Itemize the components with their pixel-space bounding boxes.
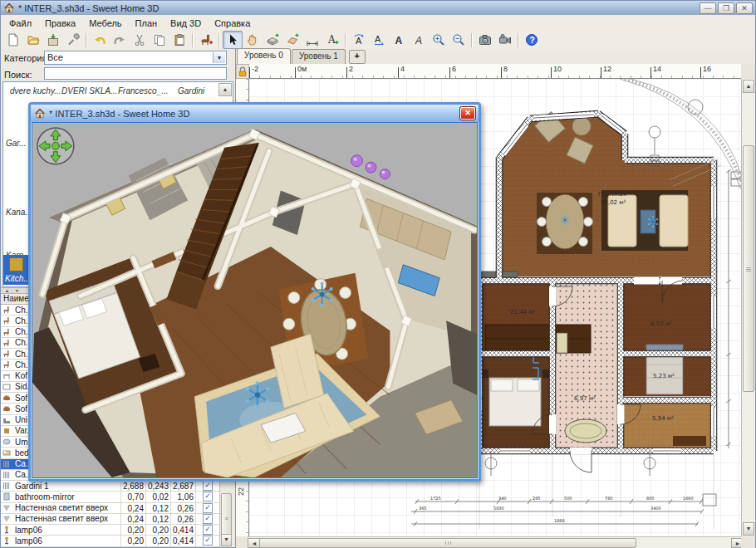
add-level-button[interactable]: +	[349, 50, 366, 64]
menu-правка[interactable]: Правка	[38, 17, 82, 30]
menu-мебель[interactable]: Мебель	[82, 17, 128, 30]
help-icon: ?	[525, 33, 538, 46]
paste-icon	[173, 33, 186, 46]
scroll-down-icon[interactable]: ▼	[743, 522, 754, 536]
catalog-item[interactable]: Francesco_...	[118, 86, 169, 95]
catalog-item-selected[interactable]: Kitch...	[3, 255, 30, 285]
collapse-down-icon[interactable]: ▼	[12, 288, 22, 293]
catalog-item[interactable]: Gar...	[6, 139, 27, 148]
3d-view-window[interactable]: * INTER_3.sh3d - Sweet Home 3D ✕	[28, 102, 481, 482]
pan-button[interactable]	[243, 31, 263, 49]
room-area-1: 21,44 м²	[510, 309, 536, 316]
zoom-in-button[interactable]	[429, 31, 449, 49]
text-bold-button[interactable]: A	[389, 31, 409, 49]
cut-button[interactable]	[130, 31, 150, 49]
create-photo-button[interactable]	[475, 31, 495, 49]
ruler-lock-button[interactable]	[236, 64, 249, 79]
create-walls-button[interactable]	[263, 31, 282, 49]
scroll-down-icon[interactable]: ▼	[221, 534, 232, 546]
visibility-checkbox[interactable]: ✓	[203, 481, 213, 491]
create-rooms-button[interactable]	[282, 31, 302, 49]
add-furniture-button[interactable]	[196, 31, 216, 49]
visibility-checkbox[interactable]: ✓	[203, 503, 213, 513]
table-row[interactable]: lamp060,200,200,414✓	[1, 536, 219, 546]
lamp-icon	[1, 526, 13, 534]
table-row[interactable]: bathroom-mirror0,700,021,06✓	[1, 492, 219, 502]
catalog-item[interactable]: Gardini	[178, 86, 204, 95]
row-value: 0,243	[145, 481, 170, 491]
restore-button[interactable]: ❐	[718, 2, 734, 14]
title-bar[interactable]: * INTER_3.sh3d - Sweet Home 3D — ❐ ✕	[1, 1, 755, 15]
plan-horizontal-scrollbar[interactable]: ◄ ►	[248, 536, 744, 548]
new-icon	[7, 33, 20, 46]
create-dimensions-button[interactable]	[302, 31, 322, 49]
redo-button[interactable]	[110, 31, 130, 49]
new-button[interactable]	[3, 31, 23, 49]
visibility-checkbox[interactable]: ✓	[203, 492, 213, 502]
open-button[interactable]	[23, 31, 43, 49]
3d-view-canvas[interactable]	[32, 122, 478, 478]
category-combobox[interactable]: Все ▼	[44, 51, 227, 65]
3d-window-title-bar[interactable]: * INTER_3.sh3d - Sweet Home 3D ✕	[31, 105, 479, 122]
visibility-checkbox[interactable]: ✓	[203, 536, 213, 546]
modify-text-style-button[interactable]: A	[349, 31, 369, 49]
create-texts-icon: A	[326, 33, 339, 46]
dim-label: 780	[605, 496, 613, 501]
minimize-button[interactable]: —	[700, 2, 716, 14]
preferences-button[interactable]	[63, 31, 83, 49]
catalog-item[interactable]: dvere kuchy...	[10, 86, 61, 95]
table-row[interactable]: Настенная светит вверх0,240,120,26✓	[1, 503, 219, 514]
sofa-icon	[1, 404, 13, 413]
modify-text-baseline-button[interactable]: A	[369, 31, 389, 49]
3d-navigation-compass[interactable]	[37, 128, 74, 164]
open-icon	[27, 33, 40, 46]
row-value: 0,20	[120, 536, 145, 546]
visibility-checkbox[interactable]: ✓	[203, 514, 213, 524]
room-area-4: 5,94 м²	[652, 415, 674, 422]
table-row[interactable]: lamp060,200,200,414✓	[1, 547, 219, 548]
tab-level-0[interactable]: Уровень 0	[237, 48, 291, 64]
create-texts-button[interactable]: A	[322, 31, 342, 49]
room-area-2: 8,57 м²	[650, 320, 672, 327]
menu-файл[interactable]: Файл	[2, 17, 38, 30]
svg-text:A: A	[375, 34, 381, 44]
chevron-down-icon[interactable]: ▼	[213, 52, 225, 63]
dim-label: 1725	[430, 496, 441, 501]
close-button[interactable]: ✕	[736, 2, 753, 14]
scrollbar-thumb[interactable]	[743, 145, 754, 392]
plan-vertical-scrollbar[interactable]: ▲ ▼	[741, 79, 755, 536]
tab-level-1[interactable]: Уровень 1	[292, 49, 346, 64]
menu-вид-3d[interactable]: Вид 3D	[164, 17, 208, 30]
table-row[interactable]: Настенная светит вверх0,240,120,26✓	[1, 514, 219, 525]
create-video-button[interactable]	[495, 31, 515, 49]
undo-button[interactable]	[90, 31, 110, 49]
search-input[interactable]	[44, 67, 227, 80]
ruler-number: 0м	[297, 65, 307, 73]
chair-icon	[1, 350, 13, 358]
select-button[interactable]	[223, 31, 243, 49]
zoom-out-button[interactable]	[449, 31, 469, 49]
save-button[interactable]	[43, 31, 63, 49]
3d-window-close-button[interactable]: ✕	[460, 107, 475, 120]
menu-план[interactable]: План	[129, 17, 164, 30]
lamp-icon	[1, 536, 13, 545]
catalog-scroll-up-icon[interactable]: ▲	[218, 83, 232, 96]
table-row[interactable]: lamp060,200,200,414✓	[1, 525, 219, 536]
bed-icon	[1, 448, 13, 457]
scrollbar-thumb[interactable]	[259, 538, 636, 548]
help-button[interactable]: ?	[522, 31, 542, 49]
scroll-up-icon[interactable]: ▲	[743, 80, 754, 93]
paste-button[interactable]	[169, 31, 189, 49]
menu-справка[interactable]: Справка	[208, 17, 257, 30]
table-row[interactable]: Gardini 12,6880,2432,687✓	[1, 481, 219, 492]
text-italic-button[interactable]: A	[409, 31, 429, 49]
ruler-number: 6	[452, 65, 456, 73]
row-name: bathroom-mirror	[13, 492, 120, 502]
catalog-item[interactable]: DVERI SKLA...	[61, 86, 117, 95]
visibility-checkbox[interactable]: ✓	[203, 525, 213, 535]
copy-button[interactable]	[150, 31, 169, 49]
collapse-up-icon[interactable]: ▲	[2, 288, 12, 293]
mirror-icon	[1, 492, 13, 501]
row-value: 0,20	[145, 525, 170, 535]
svg-text:A: A	[395, 35, 403, 46]
